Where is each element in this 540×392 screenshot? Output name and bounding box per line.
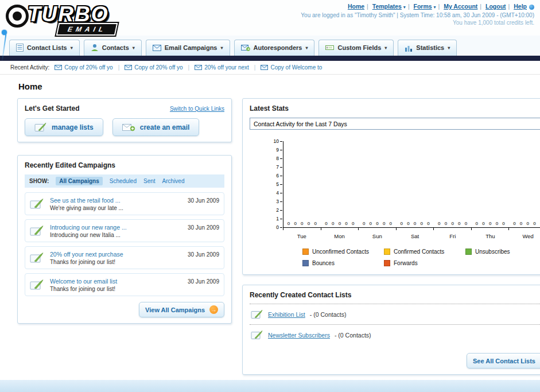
link-my-account[interactable]: My Account	[444, 3, 477, 10]
chevron-down-icon: ▾	[434, 5, 436, 10]
nav-divider-bar	[0, 56, 540, 61]
link-templates[interactable]: Templates	[372, 3, 402, 10]
campaign-subtitle: We're giving away our late ...	[50, 205, 182, 211]
campaign-row: Welcome to our email list Thanks for joi…	[25, 273, 224, 296]
chart-x-label: Sat	[396, 233, 434, 239]
envelope-icon	[55, 65, 62, 70]
page-title: Home	[18, 81, 523, 91]
header: TURBO EMAIL Home| Templates ▾| Forms ▾| …	[0, 0, 540, 36]
campaign-date: 30 Jun 2009	[188, 278, 219, 285]
campaign-subtitle: Thanks for joining our list!	[50, 286, 182, 292]
campaign-row: 20% off your next purchase Thanks for jo…	[25, 246, 224, 269]
nav-tab-label: Email Campaigns	[165, 44, 217, 51]
contact-list-item: Newsletter Subscribers - (0 Contacts)	[250, 325, 540, 345]
nav-tab-autoresponders[interactable]: Autoresponders ▾	[234, 40, 315, 56]
recent-activity-item[interactable]: Copy of 20% off yo	[125, 64, 182, 71]
recent-activity-item[interactable]: Copy of 20% off yo	[55, 64, 112, 71]
get-started-panel: Let's Get Started Switch to Quick Links …	[17, 98, 232, 142]
turbo-logo[interactable]: TURBO EMAIL	[5, 2, 165, 34]
legend-item: Unsubscribes	[465, 249, 540, 255]
nav-tab-custom-fields[interactable]: Custom Fields ▾	[318, 40, 394, 56]
tab-all-campaigns[interactable]: All Campaigns	[56, 177, 102, 185]
custom-fields-icon	[325, 44, 334, 51]
campaign-subtitle: Introducing our new Italia ...	[50, 232, 182, 238]
legend-swatch	[302, 249, 309, 255]
nav-tab-label: Custom Fields	[337, 44, 381, 51]
header-right: Home| Templates ▾| Forms ▾| My Account| …	[301, 3, 534, 26]
get-started-title: Let's Get Started	[25, 104, 80, 112]
legend-item: Bounces	[302, 260, 384, 266]
legend-swatch	[384, 260, 390, 266]
chart-x-labels: TueMonSunSatFriThuWed	[283, 230, 540, 239]
see-all-contact-lists-button[interactable]: See All Contact Lists →	[467, 353, 540, 368]
chevron-down-icon: ▾	[220, 45, 223, 51]
tab-scheduled[interactable]: Scheduled	[110, 178, 137, 184]
stats-title: Latest Stats	[250, 104, 540, 112]
pencil-note-icon	[34, 122, 47, 132]
pencil-note-icon	[251, 330, 263, 340]
contact-list-link[interactable]: Exhibition List	[268, 311, 305, 318]
campaign-row: Introducing our new range ... Introducin…	[25, 219, 224, 242]
contact-list-detail: - (0 Contacts)	[310, 311, 347, 318]
link-forms[interactable]: Forms	[414, 3, 432, 10]
chart-x-label: Tue	[283, 233, 321, 239]
chevron-down-icon: ▾	[305, 45, 308, 51]
campaign-title-link[interactable]: 20% off your next purchase	[50, 251, 182, 258]
link-logout[interactable]: Logout	[485, 3, 506, 10]
campaign-title-link[interactable]: Introducing our new range ...	[50, 224, 182, 231]
nav-tab-contacts[interactable]: Contacts ▾	[84, 40, 142, 56]
show-label: SHOW:	[29, 178, 49, 184]
logo-swoosh-icon	[6, 5, 29, 28]
link-help[interactable]: Help	[514, 3, 527, 10]
chart-x-label: Thu	[472, 233, 510, 239]
campaign-subtitle: Thanks for joining our list!	[50, 259, 182, 265]
envelope-icon	[125, 65, 132, 70]
contact-lists-icon	[16, 44, 24, 52]
chevron-down-icon: ▾	[384, 45, 387, 51]
nav-tab-label: Statistics	[416, 44, 444, 51]
pencil-note-icon	[30, 252, 45, 263]
recent-activity-item[interactable]: 20% off your next	[195, 64, 249, 71]
view-all-campaigns-button[interactable]: View All Campaigns →	[139, 302, 224, 317]
tab-archived[interactable]: Archived	[162, 178, 185, 184]
chart-plot: 0 0 0 0 00 0 0 0 00 0 0 0 00 0 0 0 00 0 …	[283, 141, 540, 228]
live-chat-icon[interactable]	[529, 5, 534, 10]
arrow-right-icon: →	[209, 305, 218, 314]
envelope-icon	[195, 65, 202, 70]
statistics-icon	[405, 44, 413, 52]
legend-swatch	[465, 249, 472, 255]
pencil-note-icon	[30, 198, 45, 209]
campaign-row: See us at the retail food ... We're givi…	[25, 192, 224, 215]
recent-activity-bar: Recent Activity: Copy of 20% off yo | Co…	[0, 61, 540, 75]
nav-tab-statistics[interactable]: Statistics ▾	[398, 40, 457, 56]
chevron-down-icon: ▾	[133, 45, 135, 51]
stats-activity-dropdown[interactable]: Contact Activity for the Last 7 Days ▼	[250, 118, 540, 130]
logo-subtitle: EMAIL	[56, 23, 118, 36]
nav-tab-email-campaigns[interactable]: Email Campaigns ▾	[146, 40, 230, 56]
legend-item: Confirmed Contacts	[384, 249, 465, 255]
campaigns-filter-tabs: SHOW: All Campaigns Scheduled Sent Archi…	[25, 174, 224, 188]
recent-activity-item[interactable]: Copy of Welcome to	[261, 64, 322, 71]
credits-info: You have 1,000 total credits left.	[301, 20, 534, 26]
contact-list-link[interactable]: Newsletter Subscribers	[268, 332, 330, 339]
login-info: You are logged in as "Timothy Smith" | S…	[301, 12, 534, 18]
recently-edited-campaigns-panel: Recently Edited Campaigns SHOW: All Camp…	[17, 155, 232, 324]
link-home[interactable]: Home	[348, 3, 364, 10]
campaign-title-link[interactable]: Welcome to our email list	[50, 278, 182, 285]
chevron-down-icon: ▾	[71, 45, 73, 51]
main-content: Home Let's Get Started Switch to Quick L…	[0, 75, 540, 375]
nav-tab-contact-lists[interactable]: Contact Lists ▾	[9, 40, 80, 56]
create-email-button[interactable]: create an email	[112, 118, 200, 136]
contact-list-item: Exhibition List - (0 Contacts)	[250, 304, 540, 324]
campaign-date: 30 Jun 2009	[188, 197, 219, 204]
legend-item: Unconfirmed Contacts	[302, 249, 384, 255]
chart-x-label: Sun	[358, 233, 396, 239]
manage-lists-button[interactable]: manage lists	[25, 118, 103, 136]
tab-sent[interactable]: Sent	[143, 178, 156, 184]
campaign-title-link[interactable]: See us at the retail food ...	[50, 197, 182, 204]
switch-quick-links-link[interactable]: Switch to Quick Links	[170, 106, 224, 112]
nav-tab-label: Contact Lists	[27, 44, 67, 51]
chart-x-ticks	[283, 228, 540, 230]
main-nav: Contact Lists ▾ Contacts ▾ Email Campaig…	[0, 36, 540, 56]
recent-activity-label: Recent Activity:	[10, 64, 49, 71]
